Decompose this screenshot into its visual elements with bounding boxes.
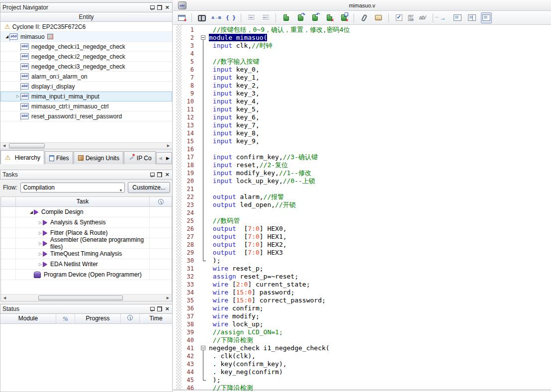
code-line-24[interactable]: 24 [173, 209, 551, 217]
insert-template-icon[interactable] [373, 12, 384, 23]
status-col-clock[interactable] [121, 314, 140, 323]
code-line-29[interactable]: 29 output [7:0] HEX3 [173, 249, 551, 257]
tree-item-mimasuo-ctrl-i-mimasuo-ctrl[interactable]: abdmimasuo_ctrl:i_mimasuo_ctrl [0, 101, 172, 111]
code-line-14[interactable]: 14 input key_8, [173, 129, 551, 137]
code-line-36[interactable]: 36 wire confirm; [173, 304, 551, 312]
code-line-3[interactable]: 3 input clk,//时钟 [173, 42, 551, 50]
expand-icon[interactable]: ▷ [15, 94, 20, 98]
expand-icon[interactable]: ▷ [38, 252, 43, 256]
code-line-34[interactable]: 34 wire [15:0] password; [173, 289, 551, 296]
tree-item-cyclone-ii-ep2c35f672c6[interactable]: ⚠Cyclone II: EP2C35F672C6 [0, 22, 172, 32]
customize-button[interactable]: Customize... [128, 182, 170, 193]
code-line-27[interactable]: 27 output [7:0] HEX1, [173, 233, 551, 241]
code-line-43[interactable]: 43 . key(confirm_key), [173, 360, 551, 368]
code-line-1[interactable]: 1 //按键包括，0~9，确认，重置，修改,密码4位 [173, 26, 551, 34]
status-col-time[interactable]: Time [140, 314, 172, 323]
close-icon[interactable]: × [165, 5, 169, 10]
view-split-editor-icon[interactable] [466, 12, 477, 23]
collapse-icon[interactable]: ◢ [4, 34, 9, 39]
tasks-hscrollbar[interactable]: ◀ ▶ [1, 294, 172, 301]
code-line-22[interactable]: 22 output alarm,//报警 [173, 193, 551, 201]
code-line-42[interactable]: 42 . clk(clk), [173, 352, 551, 360]
tree-item-reset-password-i-reset-password[interactable]: abdreset_password:i_reset_password [0, 111, 172, 121]
code-line-30[interactable]: 30 ); [173, 257, 551, 265]
code-line-18[interactable]: 18 input reset,//2-复位 [173, 161, 551, 169]
view-combined-editor-icon[interactable] [481, 12, 492, 23]
expand-icon[interactable]: ▷ [38, 241, 43, 246]
code-line-2[interactable]: 2module mimasuo( [173, 34, 551, 42]
collapse-icon[interactable]: ◢ [29, 210, 34, 214]
code-line-21[interactable]: 21 [173, 185, 551, 193]
tree-item-negedge-check-i1-negedge-check[interactable]: abdnegedge_check:i1_negedge_check [0, 42, 172, 52]
flow-dropdown[interactable]: Compilation ▼ [20, 183, 125, 193]
match-delimiter-icon[interactable]: { } [225, 12, 236, 23]
scrollbar-thumb[interactable] [9, 143, 45, 148]
code-line-28[interactable]: 28 output [7:0] HEX2, [173, 241, 551, 249]
code-line-16[interactable]: 16 [173, 145, 551, 153]
insert-bookmark-icon[interactable] [280, 12, 291, 23]
code-line-15[interactable]: 15 input key_9, [173, 137, 551, 145]
code-line-31[interactable]: 31 wire reset_p; [173, 265, 551, 273]
status-col-percent[interactable]: % [56, 314, 75, 323]
syntax-coloring-icon[interactable]: ab/ [417, 12, 428, 23]
expand-icon[interactable]: ▷ [38, 231, 43, 235]
code-line-9[interactable]: 9 input key_3, [173, 90, 551, 98]
float-icon[interactable] [157, 306, 162, 311]
view-full-editor-icon[interactable] [452, 12, 463, 23]
code-line-8[interactable]: 8 input key_2, [173, 82, 551, 90]
tree-item-negedge-check-i3-negedge-check[interactable]: abdnegedge_check:i3_negedge_check [0, 62, 172, 72]
tab-scroll-left-icon[interactable]: ◀ [157, 153, 164, 164]
scroll-right-icon[interactable]: ▶ [165, 143, 172, 149]
code-line-6[interactable]: 6 input key_0, [173, 66, 551, 74]
expand-icon[interactable]: ▷ [38, 262, 43, 267]
code-line-12[interactable]: 12 input key_6, [173, 113, 551, 121]
close-icon[interactable]: × [165, 172, 169, 177]
tab-scroll-right-icon[interactable]: ▶ [164, 153, 172, 164]
task-row-assembler-generate-programming-files[interactable]: ▷Assembler (Generate programming files) [1, 238, 172, 249]
code-line-35[interactable]: 35 wire [15:0] correct_password; [173, 296, 551, 304]
indent-icon[interactable] [246, 12, 257, 23]
expand-icon[interactable]: ▷ [38, 220, 43, 225]
next-bookmark-icon[interactable]: ↷ [295, 12, 306, 23]
code-line-23[interactable]: 23 output led_open,//开锁 [173, 201, 551, 209]
scroll-right-icon[interactable]: ▶ [164, 295, 172, 301]
new-document-window-icon[interactable] [176, 12, 187, 23]
code-line-46[interactable]: 46 //下降沿检测 [173, 384, 551, 391]
pin-icon[interactable] [150, 172, 154, 178]
code-line-38[interactable]: 38 wire lock_up; [173, 320, 551, 328]
tree-item-mima-input-i-mima-input[interactable]: ▷abdmima_input:i_mima_input [0, 92, 172, 101]
code-line-37[interactable]: 37 wire modify; [173, 312, 551, 320]
unindent-icon[interactable] [260, 12, 271, 23]
tab-design-units[interactable]: Design Units [74, 151, 123, 164]
tab-hierarchy[interactable]: ⚠Hierarchy [0, 150, 44, 164]
code-line-5[interactable]: 5 //数字输入按键 [173, 58, 551, 66]
code-line-17[interactable]: 17 input confirm_key,//3-确认键 [173, 153, 551, 161]
task-row-program-device-open-programmer[interactable]: Program Device (Open Programmer) [1, 270, 172, 280]
status-col-progress[interactable]: Progress [75, 314, 121, 323]
code-line-20[interactable]: 20 input lock_up_key,//0--上锁 [173, 177, 551, 185]
code-line-41[interactable]: 41negedge_check i1_negedge_check( [173, 344, 551, 352]
entity-column-header[interactable]: Entity [0, 12, 173, 22]
delete-all-bookmarks-icon[interactable]: ×❏ [338, 12, 349, 23]
goto-line-icon[interactable]: → [438, 12, 449, 23]
code-line-19[interactable]: 19 input modify_key,//1--修改 [173, 169, 551, 177]
close-icon[interactable]: × [165, 306, 169, 311]
code-line-11[interactable]: 11 input key_5, [173, 105, 551, 113]
code-line-39[interactable]: 39 //assign LCD_ON=1; [173, 328, 551, 336]
code-line-45[interactable]: 45 ); [173, 376, 551, 384]
code-line-40[interactable]: 40 //下降沿检测 [173, 336, 551, 344]
tab-files[interactable]: Files [45, 151, 73, 164]
scrollbar-thumb[interactable] [38, 295, 123, 300]
code-line-44[interactable]: 44 . key_neg(confirm) [173, 368, 551, 376]
code-line-10[interactable]: 10 input key_4, [173, 98, 551, 105]
replace-icon[interactable]: A→B [211, 12, 222, 23]
tree-item-mimasuo[interactable]: ◢abdmimasuo [0, 32, 172, 42]
float-icon[interactable] [157, 172, 162, 177]
scroll-left-icon[interactable]: ◀ [1, 295, 8, 301]
task-row-timequest-timing-analysis[interactable]: ▷TimeQuest Timing Analysis [1, 249, 172, 259]
delete-bookmark-icon[interactable]: × [324, 12, 335, 23]
code-line-13[interactable]: 13 input key_7, [173, 121, 551, 129]
code-editor[interactable]: 1 //按键包括，0~9，确认，重置，修改,密码4位2module mimasu… [173, 25, 551, 391]
task-col-task[interactable]: Task [16, 197, 150, 206]
analyze-file-icon[interactable] [393, 12, 404, 23]
